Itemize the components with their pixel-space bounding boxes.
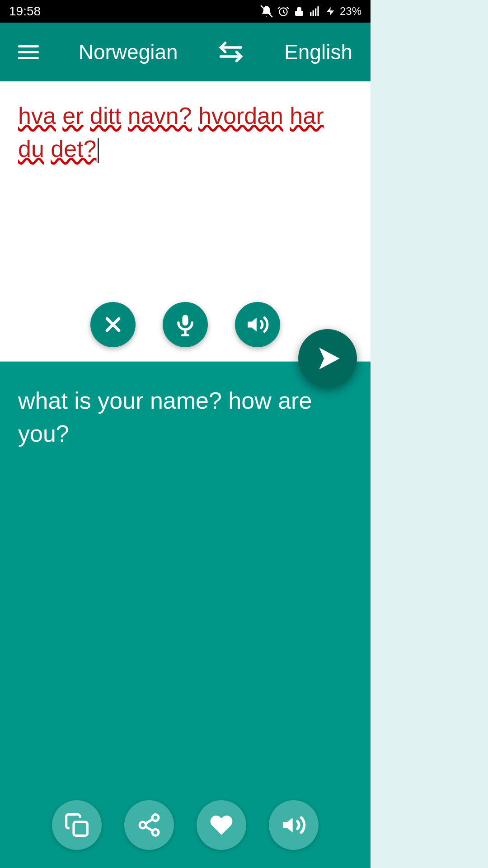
input-word: hvordan — [198, 103, 283, 129]
share-button[interactable] — [124, 800, 174, 850]
clear-icon — [101, 313, 125, 336]
charging-icon — [325, 6, 335, 16]
alarm-icon — [277, 5, 289, 17]
share-icon — [136, 812, 162, 838]
input-text: hva er ditt navn? hvordan har du det? — [18, 99, 352, 165]
svg-line-22 — [145, 819, 153, 823]
translate-button[interactable] — [298, 329, 357, 388]
svg-marker-10 — [319, 348, 339, 369]
svg-rect-2 — [295, 11, 303, 16]
menu-line-2 — [18, 51, 39, 53]
output-actions — [0, 800, 371, 850]
input-word: navn? — [128, 103, 192, 129]
copy-icon — [64, 812, 89, 838]
output-area: what is your name? how are you? — [0, 362, 371, 868]
status-time: 19:58 — [9, 4, 41, 19]
send-icon — [313, 344, 342, 373]
main-content: hva er ditt navn? hvordan har du det? — [0, 81, 371, 868]
speaker-icon — [246, 313, 269, 336]
svg-rect-5 — [315, 9, 316, 16]
copy-button[interactable] — [52, 800, 102, 850]
menu-button[interactable] — [18, 45, 39, 59]
input-word: er — [62, 103, 83, 129]
svg-rect-3 — [310, 12, 311, 16]
svg-rect-4 — [313, 10, 314, 16]
swap-languages-button[interactable] — [217, 38, 244, 66]
svg-line-21 — [145, 827, 153, 831]
svg-rect-6 — [317, 6, 319, 16]
menu-line-3 — [18, 57, 39, 59]
input-word: hva — [18, 103, 56, 129]
output-text: what is your name? how are you? — [18, 384, 352, 450]
signal-icon — [309, 5, 321, 17]
battery-level: 23% — [340, 5, 361, 18]
clear-button[interactable] — [90, 302, 136, 347]
input-word: du — [18, 136, 44, 162]
target-language[interactable]: English — [284, 40, 352, 64]
svg-rect-17 — [74, 822, 87, 835]
favorite-button[interactable] — [197, 800, 246, 850]
status-bar: 19:58 23% — [0, 0, 371, 23]
input-word: det? — [51, 136, 96, 162]
heart-icon — [209, 812, 234, 838]
input-word: har — [290, 103, 324, 129]
input-word: ditt — [90, 103, 121, 129]
speak-input-button[interactable] — [235, 302, 280, 347]
svg-marker-23 — [283, 818, 293, 833]
source-language[interactable]: Norwegian — [79, 40, 178, 64]
navbar: Norwegian English — [0, 23, 371, 81]
input-area[interactable]: hva er ditt navn? hvordan har du det? — [0, 81, 371, 362]
microphone-icon — [174, 313, 197, 336]
swap-icon — [217, 38, 244, 66]
lock-icon — [294, 6, 305, 17]
status-icons: 23% — [260, 5, 361, 18]
menu-line-1 — [18, 45, 39, 47]
svg-rect-13 — [183, 315, 188, 326]
speaker-output-icon — [281, 812, 306, 838]
microphone-button[interactable] — [163, 302, 208, 347]
text-cursor — [98, 138, 99, 163]
speak-output-button[interactable] — [269, 800, 319, 850]
mute-icon — [260, 5, 273, 18]
svg-marker-16 — [248, 318, 257, 331]
svg-marker-7 — [327, 7, 334, 15]
